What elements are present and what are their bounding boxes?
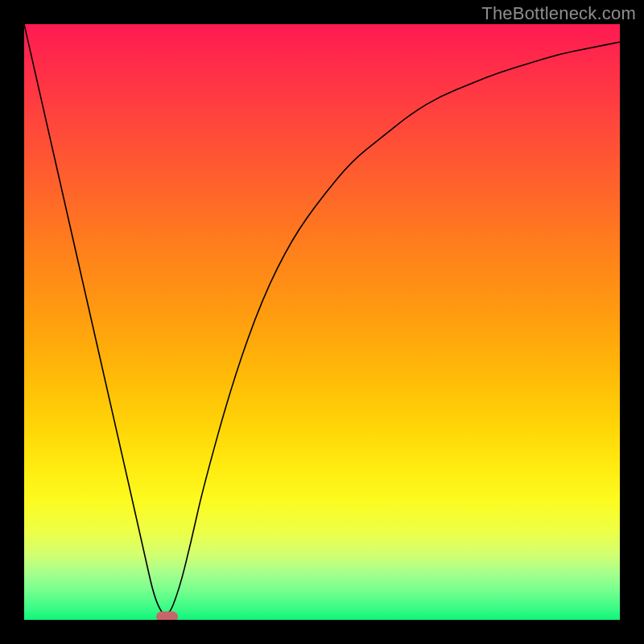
bottleneck-curve	[24, 24, 620, 614]
watermark-text: TheBottleneck.com	[481, 3, 636, 24]
curve-svg	[24, 24, 620, 620]
svg-rect-0	[157, 612, 178, 620]
chart-frame: TheBottleneck.com	[0, 0, 644, 644]
plot-area	[24, 24, 620, 620]
minimum-marker	[157, 612, 178, 620]
